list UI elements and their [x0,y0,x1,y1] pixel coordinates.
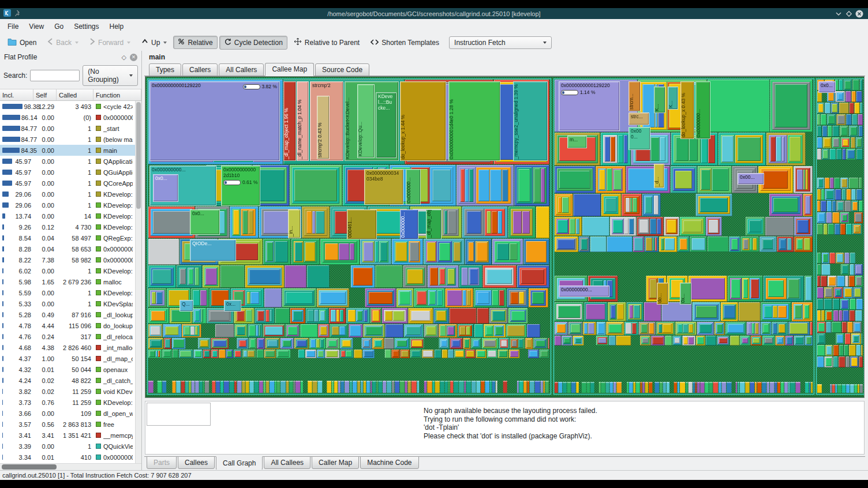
table-row[interactable]: 3.413.411 351 421__memcpy... [0,430,135,441]
treemap-block[interactable]: 000461... [347,209,377,239]
event-type-combobox[interactable]: Instruction Fetch [449,36,552,49]
menu-view[interactable]: View [24,20,49,33]
table-row[interactable]: 9.260.124 730KDevelop::... [0,222,135,232]
treemap-block[interactable]: Q... [179,300,193,311]
shorten-templates-toggle[interactable]: Shorten Templates [366,36,444,49]
tab-call-graph[interactable]: Call Graph [216,456,263,470]
treemap-block[interactable]: K... [654,87,665,113]
treemap-block[interactable]: _dl_name_match_p 1.04 % [297,81,309,161]
treemap-block[interactable]: strcmp'2 0.43 % [317,96,330,159]
treemap-block[interactable]: 0x0... [818,81,836,93]
cycle-detection-toggle[interactable]: Cycle Detection [219,36,287,50]
table-row[interactable]: 8.280.0458 6530x00000000... [0,243,135,254]
treemap-block[interactable]: 0x0000000034034be8 [364,169,403,205]
treemap-block[interactable]: _dl_map_object... [426,209,442,239]
column-header-incl[interactable]: Incl. [0,89,33,100]
treemap-block[interactable]: 0x00... [738,173,764,185]
tab-all-callees[interactable]: All Callees [264,456,310,469]
tab-parts[interactable]: Parts [147,456,177,469]
float-dock-icon[interactable]: ◇ [122,54,126,61]
tab-callees[interactable]: Callees [178,456,215,469]
table-row[interactable]: 4.760.24317_dl_relocat... [0,331,135,342]
treemap-block[interactable]: _dl_map_object 1.96 % [283,81,296,161]
table-row[interactable]: 13.740.0014KDevelop::... [0,211,135,222]
treemap-block[interactable]: _memcpy_sse2_unaligned 1.39 % [513,81,548,161]
dock-header[interactable]: Flat Profile ◇ ✕ [0,51,141,63]
treemap-block[interactable]: 0x00000000001292201.14 % [559,81,620,131]
table-row[interactable]: 5.280.4987 916_dl_lookup... [0,309,135,320]
treemap-block[interactable]: 0x000000... [406,169,421,205]
forward-button[interactable]: Forward [85,36,135,49]
search-input[interactable] [30,70,80,81]
treemap-block[interactable]: strcm... [628,81,641,111]
table-row[interactable]: 5.590.001KDevelop::... [0,287,135,298]
table-row[interactable]: 3.390.001QQuickVie... [0,441,135,452]
treemap-block[interactable]: 0x000000... [400,209,418,239]
treemap-block[interactable]: 0x0... [153,174,178,202]
treemap-block[interactable]: _d... [654,164,664,188]
treemap-block[interactable]: QIODe... [190,239,236,261]
table-row[interactable]: 5.330.001KDevSplash... [0,298,135,309]
table-row[interactable]: 84.350.001main [0,145,135,156]
treemap-block[interactable]: 0x00000000001292203.82 % [149,81,280,161]
table-row[interactable]: 86.140.00(0)0x0000000... [0,112,135,123]
menu-go[interactable]: Go [49,20,69,33]
table-row[interactable]: 4.684.382 826 460_int_malloc [0,342,135,353]
maximize-button[interactable] [844,9,854,18]
grouping-combobox[interactable]: (No Grouping) [83,65,138,86]
treemap-block[interactable]: KDevelop::Qu... [357,84,375,158]
table-row[interactable]: 4.784.44115 096do_lookup... [0,320,135,331]
tab-callee-map[interactable]: Callee Map [265,63,314,76]
scrollbar-thumb[interactable] [136,102,141,209]
column-header-called[interactable]: Called [57,89,93,100]
treemap-block[interactable]: K... [668,87,678,110]
treemap-block[interactable]: _in... [288,209,301,238]
close-dock-icon[interactable]: ✕ [130,54,137,61]
vertical-scrollbar[interactable] [135,101,141,463]
table-row[interactable]: 3.660.00109dl_open_w... [0,408,135,419]
menu-help[interactable]: Help [104,20,129,33]
treemap-block[interactable]: strc... [628,112,649,125]
back-button[interactable]: Back [43,36,83,49]
table-row[interactable]: 3.820.0211 259void KDeve... [0,386,135,397]
title-bar[interactable]: /home/sergobot/Documents/GCI/screenshots… [0,8,868,19]
table-row[interactable]: 84.770.001_start [0,123,135,134]
table-row[interactable]: 3.340.014100x00000000... [0,452,135,463]
horizontal-scrollbar[interactable] [0,463,141,470]
tab-machine-code[interactable]: Machine Code [360,456,418,469]
graph-overview-box[interactable] [147,403,211,426]
table-row[interactable]: 3.570.562 863 813free [0,419,135,430]
up-button[interactable]: Up [137,36,171,49]
treemap-block[interactable]: do_lookup_x 1.44 % [400,81,446,161]
treemap-block[interactable]: 0x00000000... [559,286,609,297]
table-row[interactable]: 5.981.652 679 236malloc [0,276,135,287]
minimize-button[interactable] [833,9,844,18]
treemap-block[interactable]: 0x... [224,300,241,311]
table-row[interactable]: 98.3812.293 493<cycle 42> [0,101,135,112]
menu-file[interactable]: File [2,20,24,33]
treemap-block[interactable]: 0x00000000002d1b100.61 % [221,166,260,206]
tab-caller-map[interactable]: Caller Map [312,456,359,469]
treemap-block[interactable]: 0x000... [628,127,650,150]
table-row[interactable]: 3.730.7611 259KDevelop::... [0,397,135,408]
table-row[interactable]: 29.060.001KDevelop::... [0,200,135,211]
table-row[interactable]: 84.770.001(below mai... [0,134,135,145]
treemap-block[interactable]: 0x0... [190,209,220,235]
open-button[interactable]: Open [3,35,41,50]
table-header[interactable]: Incl.SelfCalledFunction [0,89,141,101]
table-row[interactable]: 4.371.0050 154_dl_map_o... [0,353,135,364]
table-row[interactable]: 45.970.001QApplicatio... [0,156,135,167]
tab-all-callers[interactable]: All Callers [219,63,264,76]
table-row[interactable]: 4.320.0150 044openaux [0,364,135,375]
treemap-block[interactable]: 0x0000000... [695,81,710,139]
tab-callers[interactable]: Callers [182,63,218,76]
treemap-block[interactable]: 0x... [680,283,691,305]
column-header-function[interactable]: Function [93,89,141,100]
column-header-self[interactable]: Self [33,89,57,100]
table-row[interactable]: 6.020.001KDevelop::... [0,265,135,276]
table-row[interactable]: 4.240.0248 822_dl_catch_... [0,375,135,386]
table-row[interactable]: 45.970.001QCoreAppl... [0,178,135,189]
menu-settings[interactable]: Settings [69,20,104,33]
treemap-block[interactable]: do_lookup_x 0.43 % [680,81,694,139]
close-button[interactable] [854,9,865,18]
